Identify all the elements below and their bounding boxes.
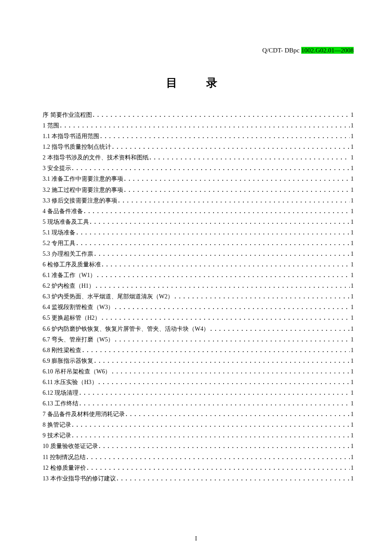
toc-label: 13 本作业指导书的修订建议: [43, 474, 116, 484]
toc-leader: [101, 312, 350, 323]
toc-page-number: 1: [350, 281, 354, 291]
toc-page-number: 1: [350, 110, 354, 120]
toc-leader: [71, 430, 350, 440]
toc-leader: [117, 195, 350, 205]
toc-label: 11 控制情况总结: [43, 452, 86, 462]
toc-page-number: 1: [350, 121, 354, 131]
toc-row: 5 现场准备及工具1: [43, 217, 354, 227]
toc-label: 5 现场准备及工具: [43, 217, 89, 227]
toc-label: 6.8 刚性梁检查: [43, 345, 81, 356]
toc-page-number: 1: [350, 441, 354, 451]
table-of-contents: 序 简要作业流程图11 范围11.1 本指导书适用范围11.2 指导书质量控制点…: [43, 110, 354, 484]
toc-page-number: 1: [350, 174, 354, 184]
toc-label: 6.7 弯头、管座打磨（W5）: [43, 335, 114, 345]
toc-row: 6.3 炉内受热面、水平烟道、尾部烟道清灰（W2）1: [43, 291, 354, 302]
toc-label: 5.2 专用工具: [43, 238, 75, 249]
toc-leader: [114, 334, 350, 344]
toc-leader: [116, 473, 350, 483]
toc-label: 6.6 炉内防磨护铁恢复、恢复片屏管卡、管夹、活动卡块（W4）: [43, 324, 209, 334]
toc-page-number: 1: [350, 367, 354, 377]
document-code: Q/CDT- DBpc 1002.G02.01—2008: [43, 47, 354, 54]
toc-label: 4 备品备件准备: [43, 206, 83, 217]
document-page: Q/CDT- DBpc 1002.G02.01—2008 目 录 序 简要作业流…: [0, 0, 392, 555]
toc-row: 序 简要作业流程图1: [43, 110, 354, 120]
toc-leader: [209, 324, 350, 334]
toc-label: 3.3 修后交接需要注意的事项: [43, 196, 117, 206]
toc-leader: [59, 120, 350, 130]
toc-row: 6.9 膨胀指示器恢复1: [43, 356, 354, 366]
toc-page-number: 1: [350, 217, 354, 227]
toc-page-number: 1: [350, 153, 354, 163]
toc-leader: [93, 356, 350, 366]
toc-page-number: 1: [350, 131, 354, 142]
toc-leader: [92, 110, 350, 120]
toc-label: 6.4 监视段割管检查（W3）: [43, 302, 114, 312]
toc-row: 4 备品备件准备1: [43, 206, 354, 217]
toc-row: 9 技术记录1: [43, 430, 354, 441]
toc-leader: [75, 227, 350, 237]
toc-row: 3.3 修后交接需要注意的事项1: [43, 195, 354, 206]
toc-row: 6.12 现场清理1: [43, 387, 354, 398]
toc-page-number: 1: [350, 377, 354, 387]
toc-row: 6.8 刚性梁检查1: [43, 345, 354, 356]
toc-leader: [98, 441, 350, 451]
toc-row: 1 范围1: [43, 120, 354, 131]
page-number: I: [0, 535, 392, 542]
toc-label: 6.3 炉内受热面、水平烟道、尾部烟道清灰（W2）: [43, 292, 173, 302]
toc-label: 6.5 更换超标管（H2）: [43, 313, 101, 323]
toc-leader: [111, 366, 350, 376]
toc-row: 3 安全提示1: [43, 163, 354, 173]
toc-label: 6 检修工序及质量标准: [43, 260, 101, 270]
toc-label: 1.1 本指导书适用范围: [43, 131, 99, 142]
toc-label: 6.13 工作终结: [43, 399, 78, 409]
toc-label: 3.1 准备工作中需要注意的事项: [43, 174, 123, 184]
toc-label: 6.10 吊杆吊架检查（W6）: [43, 367, 111, 377]
toc-leader: [86, 452, 350, 462]
toc-row: 6 检修工序及质量标准1: [43, 259, 354, 270]
toc-label: 序 简要作业流程图: [43, 110, 92, 120]
toc-label: 5.1 现场准备: [43, 228, 75, 238]
toc-leader: [81, 345, 350, 355]
toc-leader: [93, 249, 350, 259]
toc-label: 1 范围: [43, 121, 59, 131]
toc-leader: [75, 238, 350, 248]
toc-row: 10 质量验收签证记录1: [43, 441, 354, 451]
toc-row: 2 本指导书涉及的文件、技术资料和图纸1: [43, 152, 354, 163]
toc-row: 6.13 工作终结1: [43, 398, 354, 409]
toc-leader: [86, 462, 350, 473]
toc-page-number: 1: [350, 335, 354, 345]
toc-leader: [96, 270, 350, 280]
toc-leader: [125, 409, 350, 419]
toc-label: 6.11 水压实验（H3）: [43, 377, 98, 387]
toc-label: 6.1 准备工作（W1）: [43, 270, 96, 280]
toc-page-number: 1: [350, 463, 354, 473]
toc-page-number: 1: [350, 399, 354, 409]
toc-row: 6.7 弯头、管座打磨（W5）1: [43, 334, 354, 345]
toc-leader: [71, 419, 350, 430]
toc-row: 13 本作业指导书的修订建议1: [43, 473, 354, 484]
toc-label: 9 技术记录: [43, 431, 71, 441]
toc-label: 3.2 施工过程中需要注意的事项: [43, 185, 123, 195]
toc-label: 6.9 膨胀指示器恢复: [43, 356, 93, 366]
toc-page-number: 1: [350, 409, 354, 419]
toc-row: 12 检修质量评价1: [43, 462, 354, 473]
toc-page-number: 1: [350, 388, 354, 398]
toc-row: 8 换管记录1: [43, 419, 354, 430]
page-title: 目 录: [43, 75, 354, 90]
toc-label: 6.12 现场清理: [43, 388, 78, 398]
toc-row: 6.6 炉内防磨护铁恢复、恢复片屏管卡、管夹、活动卡块（W4）1: [43, 324, 354, 334]
toc-page-number: 1: [350, 196, 354, 206]
toc-page-number: 1: [350, 185, 354, 195]
toc-page-number: 1: [350, 345, 354, 356]
toc-page-number: 1: [350, 249, 354, 259]
toc-label: 8 换管记录: [43, 420, 71, 430]
toc-row: 11 控制情况总结1: [43, 452, 354, 462]
toc-page-number: 1: [350, 163, 354, 173]
toc-row: 3.2 施工过程中需要注意的事项1: [43, 185, 354, 195]
toc-leader: [123, 173, 350, 184]
toc-leader: [98, 377, 350, 387]
toc-row: 1.1 本指导书适用范围1: [43, 131, 354, 142]
toc-leader: [78, 398, 350, 408]
toc-leader: [83, 206, 350, 216]
toc-row: 7 备品备件及材料使用消耗记录1: [43, 409, 354, 419]
